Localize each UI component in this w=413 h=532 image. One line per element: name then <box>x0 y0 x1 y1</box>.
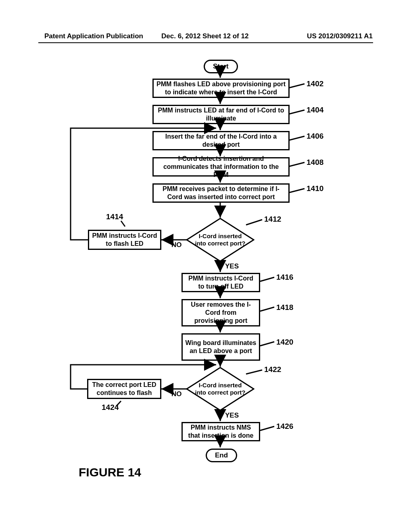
svg-line-15 <box>289 110 305 114</box>
svg-line-21 <box>260 307 274 311</box>
figure-title: FIGURE 14 <box>79 466 141 479</box>
num-1416: 1416 <box>276 273 293 282</box>
label-no-1: NO <box>171 241 182 249</box>
svg-line-18 <box>289 189 305 193</box>
svg-line-20 <box>260 277 274 281</box>
num-1406: 1406 <box>307 132 323 141</box>
box-1408: I-Cord detects insertion and communicate… <box>152 157 290 177</box>
decision-1422-text: I-Cord inserted into correct port? <box>186 367 254 411</box>
label-no-2: NO <box>171 390 182 398</box>
num-1418: 1418 <box>276 303 293 312</box>
header-center: Dec. 6, 2012 Sheet 12 of 12 <box>161 32 248 40</box>
decision-1412: I-Cord inserted into correct port? <box>186 218 254 262</box>
header-right: US 2012/0309211 A1 <box>307 32 373 40</box>
header-rule <box>38 42 373 43</box>
decision-1422: I-Cord inserted into correct port? <box>186 367 254 411</box>
label-yes-1: YES <box>225 262 239 270</box>
box-1406: Insert the far end of the I-Cord into a … <box>152 131 290 150</box>
decision-1412-text: I-Cord inserted into correct port? <box>186 218 254 262</box>
start-terminator: Start <box>204 60 238 73</box>
num-1402: 1402 <box>307 79 323 88</box>
box-1418: User removes the I-Cord from provisionin… <box>181 299 260 326</box>
num-1424: 1424 <box>102 403 119 412</box>
num-1408: 1408 <box>307 158 323 167</box>
svg-line-24 <box>260 426 274 430</box>
box-1420: Wing board illuminates an LED above a po… <box>181 333 260 361</box>
box-1402: PMM flashes LED above provisioning port … <box>152 79 290 98</box>
box-1404: PMM instructs LED at far end of I-Cord t… <box>152 105 290 124</box>
header-left: Patent Application Publication <box>44 32 143 40</box>
end-terminator: End <box>206 449 237 462</box>
label-yes-2: YES <box>225 411 239 420</box>
svg-line-22 <box>260 342 274 346</box>
box-1414: PMM instructs I-Cord to flash LED <box>88 230 161 250</box>
num-1422: 1422 <box>264 365 281 374</box>
svg-line-16 <box>289 136 305 140</box>
svg-line-14 <box>289 84 305 88</box>
svg-line-25 <box>121 221 125 227</box>
num-1426: 1426 <box>276 422 293 431</box>
num-1414: 1414 <box>106 212 123 221</box>
num-1404: 1404 <box>307 106 323 114</box>
box-1410: PMM receives packet to determine if I-Co… <box>152 183 290 203</box>
box-1426: PMM instructs NMS that insertion is done <box>181 422 260 441</box>
num-1410: 1410 <box>307 184 323 193</box>
num-1412: 1412 <box>264 215 281 224</box>
num-1420: 1420 <box>276 338 293 347</box>
box-1416: PMM instructs I-Cord to turn off LED <box>181 273 260 292</box>
svg-line-17 <box>289 162 305 166</box>
box-1424: The correct port LED continues to flash <box>87 379 161 399</box>
